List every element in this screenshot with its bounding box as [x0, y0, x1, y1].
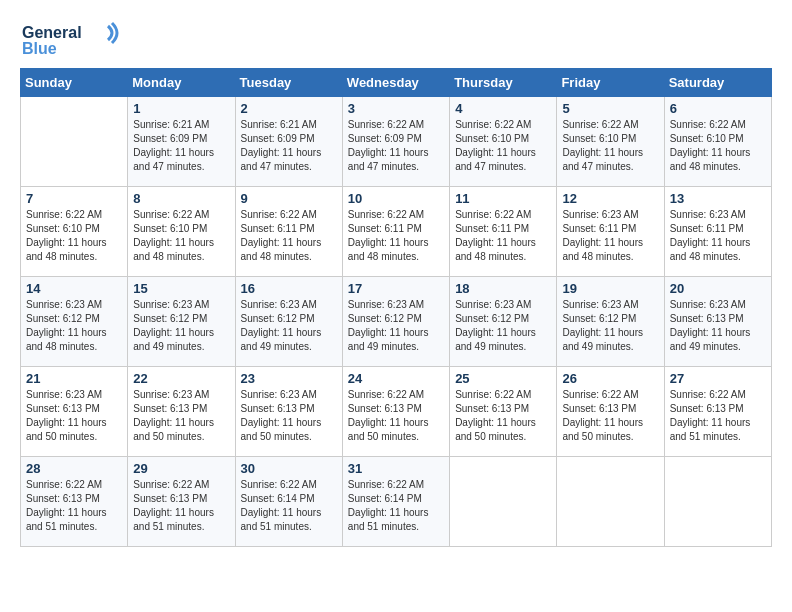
calendar-cell: 10 Sunrise: 6:22 AMSunset: 6:11 PMDaylig… — [342, 187, 449, 277]
calendar-cell — [664, 457, 771, 547]
page-header: General Blue — [20, 20, 772, 60]
svg-text:Blue: Blue — [22, 40, 57, 57]
weekday-header-monday: Monday — [128, 69, 235, 97]
weekday-header-tuesday: Tuesday — [235, 69, 342, 97]
day-number: 31 — [348, 461, 444, 476]
cell-info: Sunrise: 6:23 AMSunset: 6:12 PMDaylight:… — [133, 298, 229, 354]
day-number: 16 — [241, 281, 337, 296]
day-number: 12 — [562, 191, 658, 206]
cell-info: Sunrise: 6:22 AMSunset: 6:10 PMDaylight:… — [670, 118, 766, 174]
calendar-cell: 11 Sunrise: 6:22 AMSunset: 6:11 PMDaylig… — [450, 187, 557, 277]
calendar-cell: 30 Sunrise: 6:22 AMSunset: 6:14 PMDaylig… — [235, 457, 342, 547]
calendar-cell: 18 Sunrise: 6:23 AMSunset: 6:12 PMDaylig… — [450, 277, 557, 367]
day-number: 11 — [455, 191, 551, 206]
day-number: 7 — [26, 191, 122, 206]
calendar-cell: 22 Sunrise: 6:23 AMSunset: 6:13 PMDaylig… — [128, 367, 235, 457]
calendar-cell: 19 Sunrise: 6:23 AMSunset: 6:12 PMDaylig… — [557, 277, 664, 367]
day-number: 22 — [133, 371, 229, 386]
day-number: 18 — [455, 281, 551, 296]
weekday-header-friday: Friday — [557, 69, 664, 97]
day-number: 4 — [455, 101, 551, 116]
logo-svg: General Blue — [20, 20, 120, 60]
calendar-cell: 8 Sunrise: 6:22 AMSunset: 6:10 PMDayligh… — [128, 187, 235, 277]
svg-text:General: General — [22, 24, 82, 41]
day-number: 17 — [348, 281, 444, 296]
calendar-cell: 12 Sunrise: 6:23 AMSunset: 6:11 PMDaylig… — [557, 187, 664, 277]
calendar-cell: 20 Sunrise: 6:23 AMSunset: 6:13 PMDaylig… — [664, 277, 771, 367]
cell-info: Sunrise: 6:23 AMSunset: 6:13 PMDaylight:… — [241, 388, 337, 444]
cell-info: Sunrise: 6:22 AMSunset: 6:13 PMDaylight:… — [348, 388, 444, 444]
logo: General Blue — [20, 20, 120, 60]
calendar-table: SundayMondayTuesdayWednesdayThursdayFrid… — [20, 68, 772, 547]
day-number: 5 — [562, 101, 658, 116]
calendar-cell: 1 Sunrise: 6:21 AMSunset: 6:09 PMDayligh… — [128, 97, 235, 187]
calendar-cell: 9 Sunrise: 6:22 AMSunset: 6:11 PMDayligh… — [235, 187, 342, 277]
day-number: 30 — [241, 461, 337, 476]
day-number: 19 — [562, 281, 658, 296]
day-number: 1 — [133, 101, 229, 116]
calendar-cell: 14 Sunrise: 6:23 AMSunset: 6:12 PMDaylig… — [21, 277, 128, 367]
calendar-cell: 7 Sunrise: 6:22 AMSunset: 6:10 PMDayligh… — [21, 187, 128, 277]
cell-info: Sunrise: 6:22 AMSunset: 6:13 PMDaylight:… — [26, 478, 122, 534]
cell-info: Sunrise: 6:23 AMSunset: 6:13 PMDaylight:… — [26, 388, 122, 444]
cell-info: Sunrise: 6:23 AMSunset: 6:12 PMDaylight:… — [455, 298, 551, 354]
weekday-header-sunday: Sunday — [21, 69, 128, 97]
day-number: 15 — [133, 281, 229, 296]
cell-info: Sunrise: 6:22 AMSunset: 6:11 PMDaylight:… — [348, 208, 444, 264]
day-number: 27 — [670, 371, 766, 386]
cell-info: Sunrise: 6:22 AMSunset: 6:09 PMDaylight:… — [348, 118, 444, 174]
calendar-cell: 24 Sunrise: 6:22 AMSunset: 6:13 PMDaylig… — [342, 367, 449, 457]
cell-info: Sunrise: 6:23 AMSunset: 6:12 PMDaylight:… — [348, 298, 444, 354]
calendar-cell: 29 Sunrise: 6:22 AMSunset: 6:13 PMDaylig… — [128, 457, 235, 547]
cell-info: Sunrise: 6:23 AMSunset: 6:13 PMDaylight:… — [670, 298, 766, 354]
calendar-cell: 31 Sunrise: 6:22 AMSunset: 6:14 PMDaylig… — [342, 457, 449, 547]
day-number: 10 — [348, 191, 444, 206]
day-number: 3 — [348, 101, 444, 116]
calendar-cell: 6 Sunrise: 6:22 AMSunset: 6:10 PMDayligh… — [664, 97, 771, 187]
cell-info: Sunrise: 6:22 AMSunset: 6:13 PMDaylight:… — [562, 388, 658, 444]
cell-info: Sunrise: 6:22 AMSunset: 6:10 PMDaylight:… — [26, 208, 122, 264]
cell-info: Sunrise: 6:22 AMSunset: 6:11 PMDaylight:… — [241, 208, 337, 264]
day-number: 9 — [241, 191, 337, 206]
calendar-cell: 21 Sunrise: 6:23 AMSunset: 6:13 PMDaylig… — [21, 367, 128, 457]
day-number: 21 — [26, 371, 122, 386]
day-number: 20 — [670, 281, 766, 296]
cell-info: Sunrise: 6:22 AMSunset: 6:13 PMDaylight:… — [455, 388, 551, 444]
calendar-cell: 17 Sunrise: 6:23 AMSunset: 6:12 PMDaylig… — [342, 277, 449, 367]
day-number: 28 — [26, 461, 122, 476]
day-number: 29 — [133, 461, 229, 476]
weekday-header-saturday: Saturday — [664, 69, 771, 97]
cell-info: Sunrise: 6:22 AMSunset: 6:13 PMDaylight:… — [133, 478, 229, 534]
cell-info: Sunrise: 6:22 AMSunset: 6:14 PMDaylight:… — [241, 478, 337, 534]
day-number: 2 — [241, 101, 337, 116]
calendar-cell: 27 Sunrise: 6:22 AMSunset: 6:13 PMDaylig… — [664, 367, 771, 457]
cell-info: Sunrise: 6:21 AMSunset: 6:09 PMDaylight:… — [241, 118, 337, 174]
cell-info: Sunrise: 6:22 AMSunset: 6:10 PMDaylight:… — [133, 208, 229, 264]
cell-info: Sunrise: 6:22 AMSunset: 6:13 PMDaylight:… — [670, 388, 766, 444]
cell-info: Sunrise: 6:22 AMSunset: 6:14 PMDaylight:… — [348, 478, 444, 534]
day-number: 13 — [670, 191, 766, 206]
day-number: 26 — [562, 371, 658, 386]
calendar-cell: 13 Sunrise: 6:23 AMSunset: 6:11 PMDaylig… — [664, 187, 771, 277]
calendar-cell: 5 Sunrise: 6:22 AMSunset: 6:10 PMDayligh… — [557, 97, 664, 187]
cell-info: Sunrise: 6:23 AMSunset: 6:12 PMDaylight:… — [241, 298, 337, 354]
calendar-cell: 28 Sunrise: 6:22 AMSunset: 6:13 PMDaylig… — [21, 457, 128, 547]
cell-info: Sunrise: 6:23 AMSunset: 6:12 PMDaylight:… — [562, 298, 658, 354]
cell-info: Sunrise: 6:22 AMSunset: 6:11 PMDaylight:… — [455, 208, 551, 264]
cell-info: Sunrise: 6:23 AMSunset: 6:11 PMDaylight:… — [670, 208, 766, 264]
calendar-cell: 15 Sunrise: 6:23 AMSunset: 6:12 PMDaylig… — [128, 277, 235, 367]
cell-info: Sunrise: 6:23 AMSunset: 6:11 PMDaylight:… — [562, 208, 658, 264]
cell-info: Sunrise: 6:23 AMSunset: 6:13 PMDaylight:… — [133, 388, 229, 444]
cell-info: Sunrise: 6:22 AMSunset: 6:10 PMDaylight:… — [562, 118, 658, 174]
cell-info: Sunrise: 6:23 AMSunset: 6:12 PMDaylight:… — [26, 298, 122, 354]
weekday-header-wednesday: Wednesday — [342, 69, 449, 97]
calendar-cell: 25 Sunrise: 6:22 AMSunset: 6:13 PMDaylig… — [450, 367, 557, 457]
calendar-cell: 2 Sunrise: 6:21 AMSunset: 6:09 PMDayligh… — [235, 97, 342, 187]
day-number: 23 — [241, 371, 337, 386]
day-number: 24 — [348, 371, 444, 386]
calendar-cell — [450, 457, 557, 547]
calendar-cell — [21, 97, 128, 187]
calendar-cell: 4 Sunrise: 6:22 AMSunset: 6:10 PMDayligh… — [450, 97, 557, 187]
weekday-header-thursday: Thursday — [450, 69, 557, 97]
day-number: 6 — [670, 101, 766, 116]
